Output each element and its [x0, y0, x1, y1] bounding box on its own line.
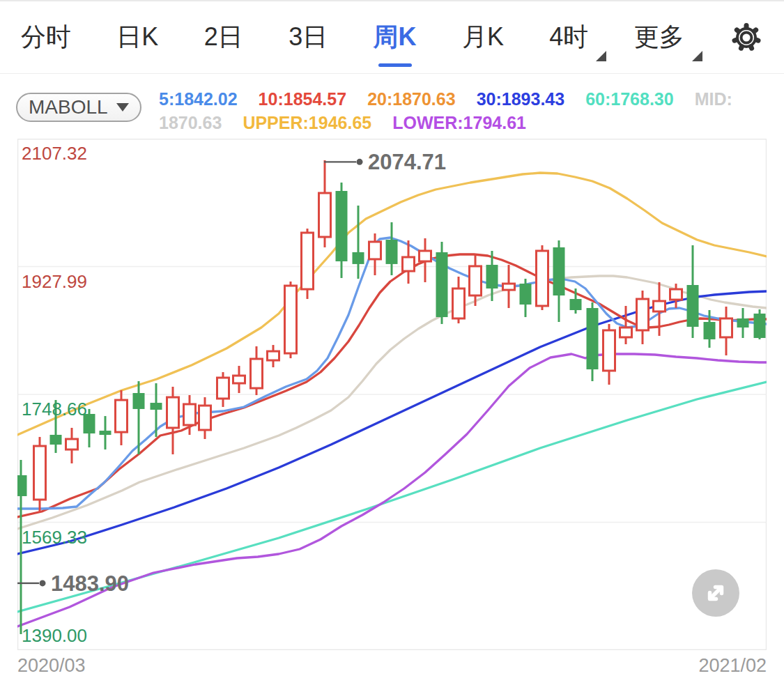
candlestick-chart[interactable]: 2107.321927.991748.661569.331390.002074.…: [17, 139, 767, 650]
candle: [34, 437, 46, 512]
indicator-readouts: 5:1842.0210:1854.5720:1870.6330:1893.436…: [159, 87, 732, 134]
indicator-value: 10:1854.57: [259, 89, 347, 109]
price-axis-label: 2107.32: [22, 143, 87, 164]
annotation-value: 1483.90: [51, 571, 129, 596]
indicator-value: LOWER:1794.61: [392, 113, 526, 133]
tab-label: 3日: [289, 22, 328, 51]
x-axis-label-start: 2020/03: [17, 655, 86, 677]
line-boll-mid-ma20: [17, 276, 767, 529]
indicator-value: MID:: [695, 89, 732, 109]
indicator-value: UPPER:1946.65: [243, 113, 371, 133]
chart-canvas: 2107.321927.991748.661569.331390.002074.…: [17, 139, 767, 650]
tab-label: 周K: [374, 22, 417, 51]
candle: [386, 222, 398, 275]
candle: [604, 324, 615, 385]
candle: [737, 308, 749, 338]
indicator-bar: MABOLL 5:1842.0210:1854.5720:1870.6330:1…: [0, 75, 784, 139]
tab-label: 月K: [462, 22, 504, 51]
candle: [167, 387, 179, 454]
tab-日K[interactable]: 日K: [116, 20, 158, 54]
tab-label: 更多: [634, 22, 684, 51]
candle: [268, 345, 279, 367]
gear-icon: [730, 21, 763, 54]
candle: [754, 309, 766, 339]
indicator-selector-button[interactable]: MABOLL: [16, 93, 141, 122]
price-axis-label: 1390.00: [22, 625, 87, 646]
tab-bar: 分时日K2日3日周K月K4时更多: [0, 1, 784, 74]
candle: [637, 291, 649, 344]
indicator-value: 5:1842.02: [159, 89, 238, 109]
candle: [336, 183, 348, 278]
indicator-value: 30:1893.43: [477, 89, 565, 109]
candle: [302, 229, 314, 299]
candle: [319, 160, 331, 247]
tab-分时[interactable]: 分时: [21, 20, 71, 54]
settings-gear-button[interactable]: [730, 21, 763, 54]
indicator-value: 20:1870.63: [367, 89, 456, 109]
kline-chart-app: 分时日K2日3日周K月K4时更多: [0, 0, 784, 685]
price-axis-label: 1927.99: [22, 271, 87, 292]
tab-4时[interactable]: 4时: [549, 20, 588, 54]
tab-label: 4时: [549, 22, 588, 51]
candle: [285, 282, 297, 358]
candle: [233, 366, 245, 393]
line-ma30: [17, 291, 767, 554]
candle: [217, 372, 229, 407]
candle: [537, 245, 548, 310]
indicator-values-row-2: 1870.63UPPER:1946.65LOWER:1794.61: [159, 111, 732, 134]
candle: [100, 416, 112, 449]
indicator-value: 60:1768.30: [585, 89, 674, 109]
tab-label: 分时: [21, 22, 71, 51]
x-axis-label-end: 2021/02: [698, 655, 767, 677]
candle: [420, 238, 431, 282]
candle: [66, 428, 78, 463]
tab-label: 日K: [116, 22, 158, 51]
candle: [587, 302, 599, 381]
candle: [453, 277, 465, 323]
candle: [520, 279, 532, 317]
dropdown-caret-icon: [596, 51, 606, 61]
candle: [151, 383, 162, 437]
tab-周K[interactable]: 周K: [374, 20, 417, 54]
expand-arrows-icon: [692, 337, 739, 685]
indicator-selector-label: MABOLL: [29, 96, 108, 118]
candle: [251, 346, 263, 395]
price-annotation: 2074.71: [324, 150, 446, 174]
indicator-value: 1870.63: [159, 113, 222, 133]
tab-3日[interactable]: 3日: [289, 20, 328, 54]
candle: [436, 242, 448, 324]
candle: [687, 245, 699, 338]
line-boll-lower: [17, 354, 767, 626]
annotation-value: 2074.71: [368, 150, 446, 174]
expand-button[interactable]: [692, 569, 739, 617]
tab-label: 2日: [204, 22, 243, 51]
price-annotation: 1483.90: [17, 571, 129, 596]
indicator-values-row-1: 5:1842.0210:1854.5720:1870.6330:1893.436…: [159, 87, 732, 111]
candle: [116, 390, 128, 445]
tab-月K[interactable]: 月K: [462, 20, 504, 54]
tab-更多[interactable]: 更多: [634, 20, 684, 54]
dropdown-caret-icon: [692, 51, 702, 61]
caret-down-icon: [116, 103, 129, 111]
candle: [199, 397, 211, 439]
price-axis-label: 1748.66: [22, 399, 87, 420]
candle: [353, 206, 364, 279]
line-ma10: [17, 254, 767, 517]
price-axis-label: 1569.33: [22, 527, 87, 548]
line-ma5: [17, 238, 767, 509]
tab-2日[interactable]: 2日: [204, 20, 243, 54]
candle: [553, 240, 565, 322]
x-axis: 2020/03 2021/02: [17, 655, 767, 677]
candle: [503, 265, 515, 308]
